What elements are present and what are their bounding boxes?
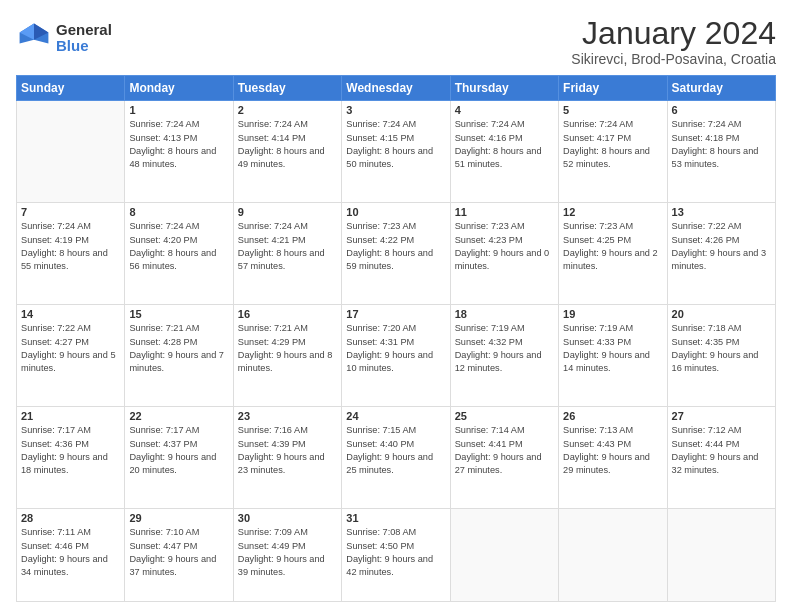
calendar-cell-w1d3: 10Sunrise: 7:23 AM Sunset: 4:22 PM Dayli… (342, 203, 450, 305)
day-info: Sunrise: 7:22 AM Sunset: 4:27 PM Dayligh… (21, 322, 120, 375)
day-number: 4 (455, 104, 554, 116)
calendar-cell-w4d5 (559, 509, 667, 602)
day-number: 28 (21, 512, 120, 524)
day-info: Sunrise: 7:18 AM Sunset: 4:35 PM Dayligh… (672, 322, 771, 375)
day-info: Sunrise: 7:23 AM Sunset: 4:22 PM Dayligh… (346, 220, 445, 273)
week-row-1: 7Sunrise: 7:24 AM Sunset: 4:19 PM Daylig… (17, 203, 776, 305)
calendar-cell-w3d0: 21Sunrise: 7:17 AM Sunset: 4:36 PM Dayli… (17, 407, 125, 509)
logo-general-text: General (56, 22, 112, 39)
day-info: Sunrise: 7:23 AM Sunset: 4:23 PM Dayligh… (455, 220, 554, 273)
week-row-3: 21Sunrise: 7:17 AM Sunset: 4:36 PM Dayli… (17, 407, 776, 509)
header: General Blue January 2024 Sikirevci, Bro… (16, 16, 776, 67)
day-number: 26 (563, 410, 662, 422)
calendar-cell-w0d4: 4Sunrise: 7:24 AM Sunset: 4:16 PM Daylig… (450, 101, 558, 203)
week-row-0: 1Sunrise: 7:24 AM Sunset: 4:13 PM Daylig… (17, 101, 776, 203)
calendar-cell-w4d2: 30Sunrise: 7:09 AM Sunset: 4:49 PM Dayli… (233, 509, 341, 602)
calendar-header: Sunday Monday Tuesday Wednesday Thursday… (17, 76, 776, 101)
calendar-cell-w1d1: 8Sunrise: 7:24 AM Sunset: 4:20 PM Daylig… (125, 203, 233, 305)
day-info: Sunrise: 7:10 AM Sunset: 4:47 PM Dayligh… (129, 526, 228, 579)
day-number: 19 (563, 308, 662, 320)
day-number: 13 (672, 206, 771, 218)
day-info: Sunrise: 7:09 AM Sunset: 4:49 PM Dayligh… (238, 526, 337, 579)
day-number: 24 (346, 410, 445, 422)
calendar-cell-w2d5: 19Sunrise: 7:19 AM Sunset: 4:33 PM Dayli… (559, 305, 667, 407)
header-monday: Monday (125, 76, 233, 101)
calendar-cell-w1d2: 9Sunrise: 7:24 AM Sunset: 4:21 PM Daylig… (233, 203, 341, 305)
calendar-cell-w3d4: 25Sunrise: 7:14 AM Sunset: 4:41 PM Dayli… (450, 407, 558, 509)
day-info: Sunrise: 7:24 AM Sunset: 4:16 PM Dayligh… (455, 118, 554, 171)
day-number: 10 (346, 206, 445, 218)
calendar-body: 1Sunrise: 7:24 AM Sunset: 4:13 PM Daylig… (17, 101, 776, 602)
day-info: Sunrise: 7:24 AM Sunset: 4:14 PM Dayligh… (238, 118, 337, 171)
day-info: Sunrise: 7:24 AM Sunset: 4:20 PM Dayligh… (129, 220, 228, 273)
logo-text: General Blue (56, 22, 112, 55)
calendar-cell-w0d5: 5Sunrise: 7:24 AM Sunset: 4:17 PM Daylig… (559, 101, 667, 203)
day-info: Sunrise: 7:24 AM Sunset: 4:21 PM Dayligh… (238, 220, 337, 273)
day-info: Sunrise: 7:16 AM Sunset: 4:39 PM Dayligh… (238, 424, 337, 477)
calendar-cell-w2d2: 16Sunrise: 7:21 AM Sunset: 4:29 PM Dayli… (233, 305, 341, 407)
calendar-cell-w2d1: 15Sunrise: 7:21 AM Sunset: 4:28 PM Dayli… (125, 305, 233, 407)
day-info: Sunrise: 7:08 AM Sunset: 4:50 PM Dayligh… (346, 526, 445, 579)
title-section: January 2024 Sikirevci, Brod-Posavina, C… (571, 16, 776, 67)
day-info: Sunrise: 7:17 AM Sunset: 4:37 PM Dayligh… (129, 424, 228, 477)
day-info: Sunrise: 7:24 AM Sunset: 4:15 PM Dayligh… (346, 118, 445, 171)
day-number: 30 (238, 512, 337, 524)
calendar-cell-w0d6: 6Sunrise: 7:24 AM Sunset: 4:18 PM Daylig… (667, 101, 775, 203)
calendar-cell-w4d3: 31Sunrise: 7:08 AM Sunset: 4:50 PM Dayli… (342, 509, 450, 602)
location: Sikirevci, Brod-Posavina, Croatia (571, 51, 776, 67)
calendar-cell-w0d1: 1Sunrise: 7:24 AM Sunset: 4:13 PM Daylig… (125, 101, 233, 203)
logo-blue-text: Blue (56, 38, 112, 55)
day-info: Sunrise: 7:15 AM Sunset: 4:40 PM Dayligh… (346, 424, 445, 477)
calendar-cell-w0d3: 3Sunrise: 7:24 AM Sunset: 4:15 PM Daylig… (342, 101, 450, 203)
day-number: 25 (455, 410, 554, 422)
day-number: 18 (455, 308, 554, 320)
day-number: 11 (455, 206, 554, 218)
calendar-cell-w4d6 (667, 509, 775, 602)
day-info: Sunrise: 7:24 AM Sunset: 4:17 PM Dayligh… (563, 118, 662, 171)
header-wednesday: Wednesday (342, 76, 450, 101)
day-number: 3 (346, 104, 445, 116)
calendar-cell-w3d6: 27Sunrise: 7:12 AM Sunset: 4:44 PM Dayli… (667, 407, 775, 509)
page: General Blue January 2024 Sikirevci, Bro… (0, 0, 792, 612)
week-row-4: 28Sunrise: 7:11 AM Sunset: 4:46 PM Dayli… (17, 509, 776, 602)
day-number: 20 (672, 308, 771, 320)
day-number: 22 (129, 410, 228, 422)
logo: General Blue (16, 20, 112, 56)
calendar-cell-w1d0: 7Sunrise: 7:24 AM Sunset: 4:19 PM Daylig… (17, 203, 125, 305)
day-number: 7 (21, 206, 120, 218)
day-info: Sunrise: 7:22 AM Sunset: 4:26 PM Dayligh… (672, 220, 771, 273)
calendar-cell-w4d1: 29Sunrise: 7:10 AM Sunset: 4:47 PM Dayli… (125, 509, 233, 602)
calendar-cell-w2d4: 18Sunrise: 7:19 AM Sunset: 4:32 PM Dayli… (450, 305, 558, 407)
calendar-cell-w2d6: 20Sunrise: 7:18 AM Sunset: 4:35 PM Dayli… (667, 305, 775, 407)
calendar-cell-w4d4 (450, 509, 558, 602)
day-info: Sunrise: 7:24 AM Sunset: 4:19 PM Dayligh… (21, 220, 120, 273)
calendar-cell-w3d5: 26Sunrise: 7:13 AM Sunset: 4:43 PM Dayli… (559, 407, 667, 509)
calendar-cell-w1d4: 11Sunrise: 7:23 AM Sunset: 4:23 PM Dayli… (450, 203, 558, 305)
day-info: Sunrise: 7:12 AM Sunset: 4:44 PM Dayligh… (672, 424, 771, 477)
day-number: 9 (238, 206, 337, 218)
calendar-table: Sunday Monday Tuesday Wednesday Thursday… (16, 75, 776, 602)
logo-icon (16, 20, 52, 56)
day-number: 16 (238, 308, 337, 320)
day-number: 14 (21, 308, 120, 320)
calendar-cell-w3d1: 22Sunrise: 7:17 AM Sunset: 4:37 PM Dayli… (125, 407, 233, 509)
day-number: 1 (129, 104, 228, 116)
header-saturday: Saturday (667, 76, 775, 101)
day-info: Sunrise: 7:14 AM Sunset: 4:41 PM Dayligh… (455, 424, 554, 477)
month-title: January 2024 (571, 16, 776, 51)
day-number: 6 (672, 104, 771, 116)
day-info: Sunrise: 7:21 AM Sunset: 4:28 PM Dayligh… (129, 322, 228, 375)
calendar-cell-w0d0 (17, 101, 125, 203)
day-info: Sunrise: 7:11 AM Sunset: 4:46 PM Dayligh… (21, 526, 120, 579)
day-number: 5 (563, 104, 662, 116)
day-number: 8 (129, 206, 228, 218)
calendar-cell-w2d3: 17Sunrise: 7:20 AM Sunset: 4:31 PM Dayli… (342, 305, 450, 407)
calendar-cell-w3d3: 24Sunrise: 7:15 AM Sunset: 4:40 PM Dayli… (342, 407, 450, 509)
header-tuesday: Tuesday (233, 76, 341, 101)
day-number: 21 (21, 410, 120, 422)
header-friday: Friday (559, 76, 667, 101)
header-thursday: Thursday (450, 76, 558, 101)
day-info: Sunrise: 7:21 AM Sunset: 4:29 PM Dayligh… (238, 322, 337, 375)
day-number: 23 (238, 410, 337, 422)
calendar-cell-w3d2: 23Sunrise: 7:16 AM Sunset: 4:39 PM Dayli… (233, 407, 341, 509)
